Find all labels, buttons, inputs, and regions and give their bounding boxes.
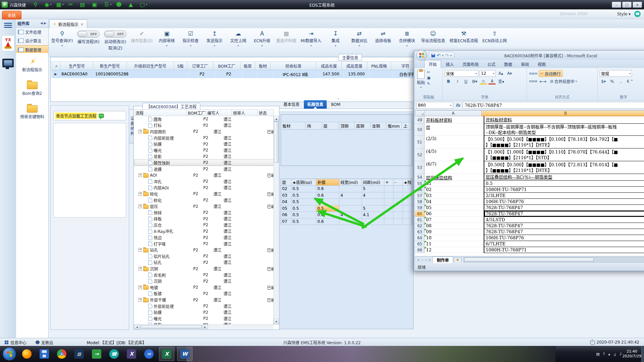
scroll-down-icon[interactable]: ▼ — [274, 319, 279, 324]
cell[interactable] — [129, 70, 176, 78]
format-painter-icon[interactable]: ✎ — [427, 81, 430, 86]
ribbon-button[interactable]: ☺ 导出流程信息 ▾ — [421, 30, 445, 47]
flow-tree-row[interactable]: 贴膜 P2 谭江 已编写 — [134, 141, 274, 147]
excel-row[interactable]: 65 11 6/7LHTE — [415, 241, 644, 247]
dropdown-caret-icon[interactable]: ▾ — [406, 44, 408, 47]
column-header[interactable]: 顶铜 — [339, 122, 355, 130]
film-icon[interactable]: ▤▾ — [77, 2, 90, 7]
merge-center-button[interactable]: ⊞合并后居中▾ — [549, 78, 578, 84]
row-header[interactable]: 55 — [415, 181, 425, 187]
flow-tree-row[interactable]: 预排 P2 谭江 已编写 — [134, 209, 274, 216]
network-icon[interactable]: ⣴ — [613, 352, 616, 356]
compensation-row[interactable]: 040.5 0.5 — [281, 199, 412, 205]
column-header[interactable]: 成品长度 — [316, 61, 342, 70]
dropdown-caret-icon[interactable]: ▾ — [214, 44, 215, 47]
excel-row[interactable]: 66 12 1080H-TU-768P71 — [415, 247, 644, 253]
cell-b[interactable]: 1080H-TU-768P71 — [484, 187, 644, 193]
flow-tree-row[interactable]: 曝光 P2 谭江 已编写 — [134, 315, 274, 322]
dropdown-caret-icon[interactable]: ▾ — [237, 44, 239, 47]
scroll-right-icon[interactable]: ▶ — [202, 325, 208, 329]
cell-a[interactable]: 09 — [425, 229, 484, 235]
office-button[interactable] — [416, 50, 427, 61]
excel-row[interactable]: 60 06 7628-TU-768P47 — [415, 211, 644, 217]
cell-b[interactable]: 7628-TU-768P47 — [484, 223, 644, 229]
column-header[interactable]: 板材 — [281, 122, 306, 130]
excel-row[interactable]: 63 09 7628-TU-768P47 — [415, 229, 644, 235]
start-button[interactable] — [3, 347, 16, 361]
excel-tab[interactable]: 插入 — [442, 60, 458, 68]
compensation-row[interactable]: 020.5 0.6 5 — [281, 186, 412, 192]
cell-a[interactable]: (2/3) — [425, 136, 484, 148]
row-header[interactable]: 62 — [415, 223, 425, 229]
excel-row[interactable]: 49 开料板材资料 开料板材资料 — [415, 116, 644, 124]
compensation-row[interactable]: 050.5 0.5 5 — [281, 205, 412, 212]
row-header[interactable]: 61 — [415, 217, 425, 223]
column-header-a[interactable]: A — [425, 110, 482, 116]
dropdown-caret-icon[interactable]: ▾ — [190, 44, 191, 47]
flow-tree-row[interactable]: 冲孔 P2 谭江 已编写 — [134, 178, 274, 185]
column-header[interactable]: 升级前旧生产型号 — [127, 61, 174, 70]
column-header[interactable]: 新生产型号 — [93, 61, 127, 70]
cell-a[interactable]: 04 — [425, 199, 484, 205]
sidebar-item[interactable]: 文件处理 — [16, 28, 48, 37]
cell-a[interactable]: 03 — [425, 193, 484, 199]
paste-button[interactable]: 粘贴▾ — [417, 70, 425, 95]
flow-tree-row[interactable]: 打字唛 P2 谭江 已编写 — [134, 241, 274, 247]
column-header[interactable]: 生产型号 — [61, 61, 93, 70]
cell-b[interactable]: 【0.500】【0.500】【■■■■】【0.100】【72.813】【78.0… — [484, 161, 644, 174]
fill-color-icon[interactable]: ◇ — [480, 78, 487, 84]
column-header[interactable]: S板 — [174, 61, 187, 70]
ribbon-button[interactable]: ▣ 内部审核 ▾ — [157, 30, 176, 47]
cell-a[interactable]: 02 — [425, 187, 484, 193]
column-header[interactable]: 状态 — [258, 109, 274, 116]
cell-b[interactable]: 0.5 — [484, 181, 644, 187]
sidebar-item[interactable]: 设计算法 — [16, 37, 48, 45]
search-icon[interactable]: ⚲▾ — [31, 2, 42, 7]
flow-tree-row[interactable]: 沉铜 P2 谭江 已编写 — [134, 278, 274, 284]
ribbon-button[interactable]: ☑ 指示检查 ▾ — [181, 30, 200, 47]
sheet-nav-icon[interactable]: « — [416, 258, 421, 262]
detail-tab[interactable]: 基本信息 — [280, 100, 303, 109]
ribbon-button[interactable]: ⇌ 选择母板 ▾ — [373, 30, 393, 47]
cell-order-factory[interactable]: P2 — [189, 70, 215, 78]
row-header[interactable]: 58 — [415, 199, 425, 205]
excel-row[interactable]: 53 (6/7) 【0.500】【0.500】【■■■■】【0.100】【72.… — [415, 161, 644, 174]
volume-icon[interactable]: ♪ — [620, 352, 622, 356]
flow-tree-row[interactable]: 棕化 P2 谭江 已编写 — [134, 191, 274, 197]
excel-row[interactable]: 58 04 106H-TU-768P76 — [415, 199, 644, 205]
flow-tree-row[interactable]: 圆角 P2 谭江 已编写 — [134, 116, 274, 122]
sync-icon[interactable]: → — [92, 349, 101, 359]
expand-icon[interactable] — [138, 192, 142, 196]
excel-row[interactable]: 62 08 7628-TU-768P47 — [415, 223, 644, 229]
cell-b[interactable]: 6/7LHTE — [484, 241, 644, 247]
sheet-tab[interactable]: 制作单 — [432, 256, 453, 263]
cell-b[interactable]: 【0.500】【0.500】【■■■■】【0.100】【78.183】【64.7… — [484, 136, 644, 148]
hidden-icons-icon[interactable]: ▴ — [608, 352, 610, 356]
excel-tab[interactable]: 开始 — [424, 60, 441, 68]
font-size-combo[interactable]: 12▾ — [480, 70, 496, 77]
cell[interactable] — [257, 70, 273, 78]
cell[interactable] — [369, 70, 393, 78]
ribbon-button[interactable]: ≣ 合拼模块 ▾ — [397, 30, 417, 47]
flow-tree-row[interactable]: 显影 P2 谭江 已编写 — [134, 322, 274, 324]
browser-icon[interactable] — [57, 349, 66, 359]
bold-button[interactable]: B — [445, 78, 452, 84]
cell-b[interactable]: 106H-TU-768P76 — [484, 235, 644, 241]
column-header[interactable]: 验收标准 — [271, 61, 316, 70]
cell-b[interactable]: 7628-TU-768P47 — [484, 205, 644, 211]
row-header[interactable]: 57 — [415, 193, 425, 199]
firefox-icon[interactable] — [22, 349, 32, 359]
sheet-nav-icon[interactable]: ‹ — [421, 258, 424, 262]
cell-a[interactable]: 开料板材资料 — [425, 116, 484, 124]
cell-b[interactable]: 7628-TU-768P47 — [484, 211, 644, 217]
cell-b[interactable]: 4/5LSTD — [484, 217, 644, 223]
dropdown-caret-icon[interactable]: ▾ — [166, 44, 167, 47]
flow-tree-row[interactable]: 打标 P2 谭江 已编写 — [134, 122, 274, 129]
printer-tray-icon[interactable]: ▤ — [596, 352, 599, 356]
column-header[interactable]: + — [384, 179, 393, 186]
row-header[interactable]: 64 — [415, 235, 425, 241]
excel-row[interactable]: 50 层 顶铜厚度--底铜厚度--含铜板厚--不含铜厚--顶残铜率--底残铜率-… — [415, 124, 644, 136]
flow-tree-row[interactable]: 棕化 P2 谭江 已编写 — [134, 197, 274, 203]
horizontal-scrollbar[interactable]: ◀ ▶ — [134, 324, 274, 329]
compensation-row[interactable]: 060.5 0.64 4.1 — [281, 212, 412, 219]
